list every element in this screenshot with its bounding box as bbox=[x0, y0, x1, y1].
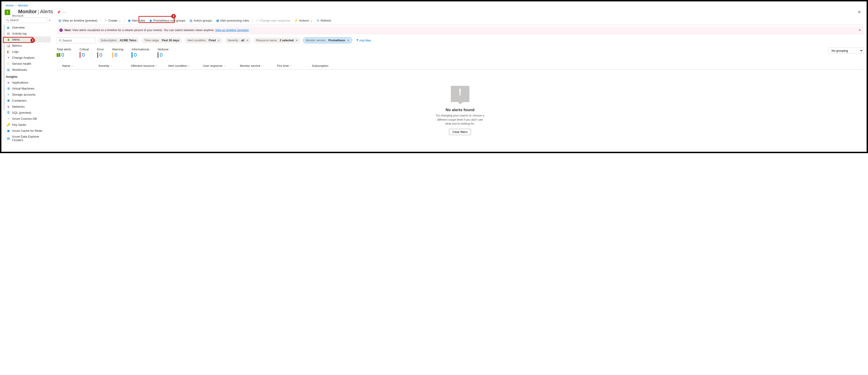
sort-icon: ↑↓ bbox=[110, 64, 113, 67]
collapse-sidebar-button[interactable]: « bbox=[49, 19, 51, 22]
view-as-timeline-button[interactable]: ▤View as timeline (preview) bbox=[57, 18, 99, 23]
remove-filter-icon[interactable]: ✕ bbox=[347, 39, 349, 42]
sidebar-item-overview[interactable]: ◐Overview bbox=[5, 24, 51, 30]
sidebar-item-metrics[interactable]: 📊Metrics bbox=[5, 42, 51, 49]
storage-icon: ≡ bbox=[6, 93, 10, 96]
sidebar-item-workbooks[interactable]: ▥Workbooks bbox=[5, 67, 51, 73]
alert-processing-rules-button[interactable]: ▦Alert processing rules bbox=[214, 18, 251, 23]
search-icon bbox=[59, 39, 61, 42]
filter-pill-timerange[interactable]: Time range : Past 30 days bbox=[142, 37, 182, 43]
clear-filters-button[interactable]: Clear filters bbox=[449, 129, 471, 135]
sort-icon: ↑↓ bbox=[261, 64, 264, 67]
empty-state: ! No alerts found Try changing your sear… bbox=[57, 86, 863, 135]
sidebar-scrollbar[interactable] bbox=[4, 24, 4, 110]
col-name[interactable]: Name↑↓ bbox=[57, 64, 98, 67]
alerts-total-icon: ❕ bbox=[57, 53, 60, 57]
stat-error[interactable]: Error0 bbox=[97, 48, 104, 58]
breadcrumb-monitor[interactable]: Monitor bbox=[18, 4, 28, 7]
sidebar-item-logs[interactable]: ◧Logs bbox=[5, 49, 51, 55]
sidebar-item-service-health[interactable]: ♡Service health bbox=[5, 61, 51, 67]
filter-pill-monitorservice[interactable]: Monitor service : Prometheus✕ bbox=[303, 37, 352, 43]
sidebar-item-activity-log[interactable]: ▤Activity log bbox=[5, 30, 51, 36]
logs-icon: ◧ bbox=[6, 50, 10, 53]
sidebar-item-networks[interactable]: ◈Networks bbox=[5, 103, 51, 110]
svg-line-3 bbox=[61, 41, 61, 41]
sidebar-item-azure-cosmos-db[interactable]: ✧Azure Cosmos DB bbox=[5, 116, 51, 122]
sidebar-item-alerts[interactable]: ▮Alerts bbox=[5, 36, 51, 42]
col-fire-time[interactable]: Fire time↑↓ bbox=[277, 64, 312, 67]
networks-icon: ◈ bbox=[6, 105, 10, 108]
alert-rules-button[interactable]: ▣Alert rules bbox=[126, 18, 147, 23]
grouping-select[interactable]: No grouping bbox=[829, 48, 863, 54]
sidebar-item-key-vaults[interactable]: 🔑Key Vaults bbox=[5, 122, 51, 128]
remove-filter-icon[interactable]: ✕ bbox=[218, 39, 220, 42]
filter-pill-severity[interactable]: Severity : all✕ bbox=[225, 37, 251, 43]
check-icon: ✓ bbox=[256, 19, 258, 22]
vm-icon: 🖥 bbox=[6, 87, 10, 90]
sidebar-item-sql-preview-[interactable]: 🗄SQL (preview) bbox=[5, 110, 51, 116]
sidebar-item-virtual-machines[interactable]: 🖥Virtual Machines bbox=[5, 85, 51, 91]
stat-warning[interactable]: Warning0 bbox=[112, 48, 123, 58]
timeline-icon: ▤ bbox=[59, 19, 61, 22]
more-icon[interactable]: ⋯ bbox=[63, 10, 66, 14]
sort-icon: ↑↓ bbox=[290, 64, 292, 67]
rules-icon: ▣ bbox=[128, 19, 131, 22]
alerts-table-header: Name↑↓ Severity↑↓ Affected resource↑↓ Al… bbox=[57, 62, 863, 70]
sort-icon: ↑↓ bbox=[223, 64, 226, 67]
command-bar: ▤View as timeline (preview) ＋Create⌄ ▣Al… bbox=[57, 18, 863, 25]
chevron-down-icon: ⌄ bbox=[119, 19, 121, 22]
cosmos-icon: ✧ bbox=[6, 117, 10, 120]
alerts-search-input[interactable]: Search bbox=[57, 37, 96, 43]
create-button[interactable]: ＋Create⌄ bbox=[102, 18, 123, 24]
dismiss-banner-button[interactable]: ✕ bbox=[859, 28, 861, 32]
filter-pill-alertcondition[interactable]: Alert condition : Fired✕ bbox=[184, 37, 222, 43]
pin-icon[interactable]: 📌 bbox=[57, 10, 61, 14]
containers-icon: ⬢ bbox=[6, 99, 10, 102]
col-resource[interactable]: Affected resource↑↓ bbox=[131, 64, 168, 67]
plus-icon: ＋ bbox=[104, 18, 107, 23]
main-content: ▤View as timeline (preview) ＋Create⌄ ▣Al… bbox=[51, 18, 863, 143]
filter-pill-resourcename[interactable]: Resource name : 2 selected✕ bbox=[253, 37, 301, 43]
remove-filter-icon[interactable]: ✕ bbox=[246, 39, 248, 42]
sidebar-item-azure-data-explorer-clusters[interactable]: ▧Azure Data Explorer Clusters bbox=[5, 134, 51, 143]
sidebar-item-label: Azure Cache for Redis bbox=[12, 129, 42, 132]
actions-button[interactable]: ⚡Actions⌄ bbox=[292, 18, 315, 23]
sidebar-item-azure-cache-for-redis[interactable]: ▣Azure Cache for Redis bbox=[5, 128, 51, 134]
workbooks-icon: ▥ bbox=[6, 68, 10, 71]
sidebar-item-change-analysis[interactable]: ✦Change Analysis bbox=[5, 55, 51, 61]
refresh-button[interactable]: ↻Refresh bbox=[315, 18, 333, 23]
close-blade-button[interactable]: ✕ bbox=[855, 8, 863, 15]
remove-filter-icon[interactable]: ✕ bbox=[296, 39, 298, 42]
search-icon bbox=[6, 19, 9, 22]
action-groups-button[interactable]: ▥Action groups bbox=[188, 18, 214, 23]
filter-pill-subscription[interactable]: Subscription : ACME Telco bbox=[98, 37, 139, 43]
sidebar-item-label: Alerts bbox=[12, 38, 20, 41]
sidebar-item-label: Change Analysis bbox=[12, 56, 35, 59]
sidebar-item-storage-accounts[interactable]: ≡Storage accounts bbox=[5, 91, 51, 97]
sidebar-item-label: Key Vaults bbox=[12, 123, 26, 126]
alerts-blade-icon: ❕ bbox=[5, 9, 10, 15]
stat-verbose[interactable]: Verbose0 bbox=[158, 48, 169, 58]
sidebar-item-label: Applications bbox=[12, 81, 28, 84]
add-filter-button[interactable]: ⧩Add filter bbox=[354, 38, 373, 43]
stat-informational[interactable]: Informational0 bbox=[131, 48, 149, 58]
sidebar-item-applications[interactable]: ◈Applications bbox=[5, 80, 51, 85]
metrics-icon: 📊 bbox=[6, 43, 10, 48]
sidebar-search-input[interactable]: Search bbox=[5, 18, 47, 23]
adx-icon: ▧ bbox=[6, 136, 10, 140]
col-monitor-service[interactable]: Monitor service↑↓ bbox=[240, 64, 277, 67]
sort-icon: ↑↓ bbox=[188, 64, 190, 67]
col-user-response[interactable]: User response↑↓ bbox=[203, 64, 240, 67]
prometheus-rule-groups-button[interactable]: ◉Prometheus rule groups bbox=[148, 18, 187, 23]
stat-total-alerts[interactable]: Total alerts❕0 bbox=[57, 48, 71, 58]
col-condition[interactable]: Alert condition↑↓ bbox=[168, 64, 203, 67]
breadcrumb-home[interactable]: Home bbox=[6, 4, 14, 7]
sidebar-item-containers[interactable]: ⬢Containers bbox=[5, 97, 51, 103]
change-icon: ✦ bbox=[6, 56, 10, 59]
sort-icon: ↑↓ bbox=[155, 64, 158, 67]
col-severity[interactable]: Severity↑↓ bbox=[98, 64, 131, 67]
severity-bar-icon bbox=[80, 52, 81, 58]
banner-link[interactable]: View as timeline (preview) bbox=[215, 29, 249, 32]
svg-line-1 bbox=[8, 21, 9, 21]
stat-critical[interactable]: Critical0 bbox=[80, 48, 89, 58]
